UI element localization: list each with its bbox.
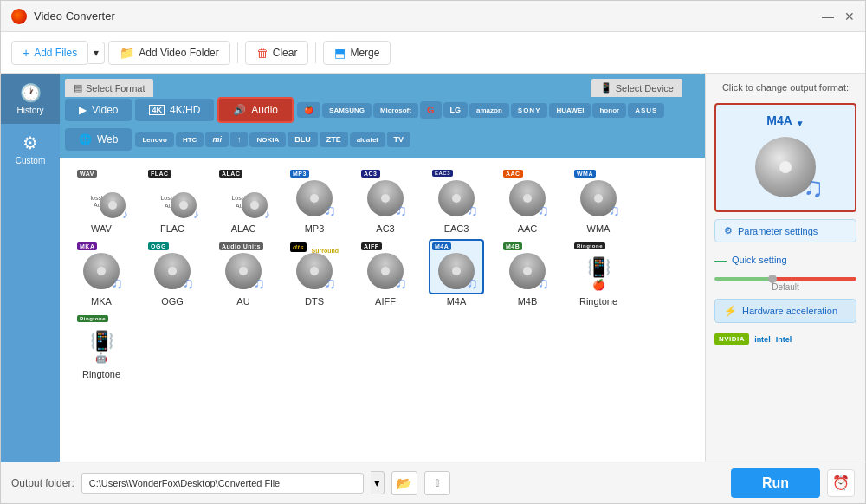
- param-settings-icon: ⚙: [724, 225, 733, 236]
- add-icon: +: [23, 46, 29, 60]
- format-panel: ▤ Select Format 📱 Select Device ▶: [60, 74, 705, 462]
- device-blu[interactable]: BLU: [288, 132, 318, 147]
- format-item-ogg[interactable]: OGG ♫ OGG: [139, 239, 205, 307]
- device-amazon[interactable]: amazon: [469, 103, 509, 118]
- device-samsung[interactable]: SAMSUNG: [322, 103, 372, 118]
- click-to-change-label: Click to change output format:: [714, 82, 856, 93]
- device-honor[interactable]: honor: [592, 103, 626, 118]
- device-apple[interactable]: 🍎: [297, 102, 320, 118]
- gpu-logos: NVIDIA intel Intel: [714, 330, 856, 348]
- web-format-button[interactable]: 🌐 Web: [65, 128, 132, 151]
- merge-button[interactable]: ⬒ Merge: [323, 41, 391, 65]
- format-dropdown-arrow: ▼: [796, 119, 805, 128]
- format-type-row: ▶ Video 4K 4K/HD 🔊 Audio 🍎 SAMSUNG Micro…: [60, 97, 705, 128]
- format-item-eac3[interactable]: EAC3 ♫ EAC3: [423, 166, 489, 234]
- bottom-bar: Output folder: ▾ 📂 ⇧ Run ⏰: [1, 462, 865, 503]
- open-folder-button[interactable]: 📂: [391, 471, 417, 495]
- schedule-button[interactable]: ⏰: [827, 469, 855, 497]
- history-icon: 🕐: [20, 82, 42, 103]
- device-lenovo[interactable]: Lenovo: [135, 132, 173, 147]
- device-zte[interactable]: ZTE: [320, 132, 348, 147]
- quick-setting-button[interactable]: — Quick setting: [714, 249, 856, 270]
- speed-slider-container: Default: [714, 277, 856, 292]
- sidebar-item-custom[interactable]: ⚙ Custom: [1, 124, 60, 174]
- device-huawei[interactable]: HUAWEI: [549, 103, 591, 118]
- format-item-m4a[interactable]: M4A ♫ M4A: [423, 239, 489, 307]
- merge-icon: ⬒: [334, 46, 346, 60]
- parameter-settings-button[interactable]: ⚙ Parameter settings: [714, 219, 856, 242]
- device-nokia[interactable]: NOKIA: [249, 132, 286, 147]
- main-content: 🕐 History ⚙ Custom ▤ Select Format: [1, 74, 865, 462]
- format-item-alac[interactable]: ALAC LosslessAudio ♪ ALAC: [210, 166, 276, 234]
- output-format-preview[interactable]: M4A ▼ ♫: [714, 103, 856, 212]
- quick-setting-icon: —: [714, 253, 727, 267]
- intel-logo: intel: [754, 335, 771, 344]
- sidebar-item-history[interactable]: 🕐 History: [1, 74, 60, 124]
- format-item-m4b[interactable]: M4B ♫ M4B: [494, 239, 560, 307]
- close-button[interactable]: ✕: [844, 10, 855, 23]
- add-files-dropdown-button[interactable]: ▾: [88, 42, 105, 64]
- device-alcatel[interactable]: alcatel: [350, 132, 385, 147]
- format-item-ringtone-android[interactable]: Ringtone 📳 🤖 Ringtone: [68, 312, 134, 379]
- device-htc[interactable]: HTC: [176, 132, 204, 147]
- title-bar: Video Converter — ✕: [1, 1, 865, 32]
- format-item-ringtone-apple[interactable]: Ringtone 📳 🍎 Ringtone: [565, 239, 631, 307]
- device-mi[interactable]: mi: [205, 132, 229, 147]
- format-item-dts[interactable]: dts Surround ♫ DTS: [281, 239, 347, 307]
- hardware-acceleration-button[interactable]: ⚡ Hardware acceleration: [714, 299, 856, 323]
- device-oneplus[interactable]: ↑: [230, 132, 249, 147]
- format-item-flac[interactable]: FLAC LosslessAudio ♪ FLAC: [139, 166, 205, 234]
- hw-accel-icon: ⚡: [724, 305, 737, 317]
- device-google[interactable]: G: [420, 101, 442, 119]
- folder-add-icon: 📁: [120, 46, 134, 60]
- device-tv[interactable]: TV: [387, 132, 411, 147]
- device-lg[interactable]: LG: [443, 102, 469, 118]
- format-item-mp3[interactable]: MP3 ♫ MP3: [281, 166, 347, 234]
- output-path-dropdown-button[interactable]: ▾: [371, 471, 385, 494]
- big-cd-hole: [779, 161, 792, 173]
- video-icon: ▶: [79, 104, 87, 116]
- audio-icon: 🔊: [233, 104, 246, 116]
- format-item-aac[interactable]: AAC ♫ AAC: [494, 166, 560, 234]
- device-microsoft[interactable]: Microsoft: [373, 103, 418, 118]
- sidebar: 🕐 History ⚙ Custom: [1, 74, 60, 462]
- app-icon: [11, 9, 27, 24]
- format-item-wma[interactable]: WMA ♫ WMA: [565, 166, 631, 234]
- output-format-name: M4A: [766, 113, 792, 127]
- format-top-bar: ▤ Select Format 📱 Select Device: [60, 74, 705, 97]
- format-item-ac3[interactable]: AC3 ♫ AC3: [352, 166, 418, 234]
- right-panel: Click to change output format: M4A ▼ ♫ ⚙…: [705, 74, 865, 462]
- toolbar-separator: [237, 42, 238, 63]
- speed-slider[interactable]: [714, 277, 856, 281]
- output-format-icon: ♫: [751, 132, 820, 202]
- custom-icon: ⚙: [23, 132, 38, 153]
- share-icon: ⇧: [433, 477, 442, 489]
- device-asus[interactable]: ASUS: [628, 103, 664, 118]
- clear-button[interactable]: 🗑 Clear: [245, 41, 309, 65]
- format-item-mka[interactable]: MKA ♫ MKA: [68, 239, 134, 307]
- folder-icon: 📂: [397, 476, 411, 490]
- format-item-aiff[interactable]: AIFF ♫ AIFF: [352, 239, 418, 307]
- toolbar-separator-2: [315, 42, 316, 63]
- format-item-au[interactable]: Audio Units ♫ AU: [210, 239, 276, 307]
- format-item-wav[interactable]: WAV lossless Audio ♪ WAV: [68, 166, 134, 234]
- device-sony[interactable]: SONY: [511, 103, 548, 118]
- format-row2: 🌐 Web Lenovo HTC mi ↑ NOKIA BLU ZTE alca…: [60, 128, 705, 158]
- output-path-input[interactable]: [81, 473, 364, 494]
- share-button[interactable]: ⇧: [424, 471, 450, 495]
- clear-icon: 🗑: [256, 46, 268, 60]
- select-format-label: ▤ Select Format: [65, 79, 153, 97]
- video-format-button[interactable]: ▶ Video: [65, 99, 132, 121]
- app-title: Video Converter: [34, 10, 115, 23]
- add-video-folder-button[interactable]: 📁 Add Video Folder: [108, 41, 230, 65]
- format-grid: WAV lossless Audio ♪ WAV FLA: [60, 158, 705, 462]
- output-folder-label: Output folder:: [11, 477, 74, 489]
- audio-format-button[interactable]: 🔊 Audio: [217, 97, 294, 123]
- web-icon: 🌐: [79, 133, 92, 145]
- minimize-button[interactable]: —: [822, 10, 834, 23]
- run-button[interactable]: Run: [731, 468, 820, 498]
- add-files-button[interactable]: + Add Files: [11, 41, 88, 65]
- select-device-label: 📱 Select Device: [591, 79, 682, 97]
- 4k-icon: 4K: [149, 105, 165, 115]
- 4k-format-button[interactable]: 4K 4K/HD: [135, 99, 214, 121]
